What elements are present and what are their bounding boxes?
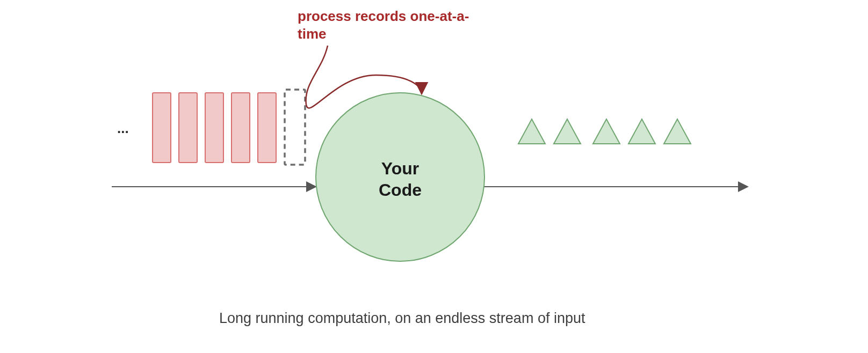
circle-label-line1: Your (381, 159, 419, 178)
output-triangle (518, 119, 545, 144)
input-records-group (153, 93, 276, 163)
output-triangle (554, 119, 581, 144)
output-triangles-group (518, 119, 691, 144)
output-triangle (628, 119, 655, 144)
input-record (258, 93, 276, 163)
diagram-canvas: ... Your Code (0, 0, 868, 353)
output-triangle (593, 119, 620, 144)
input-record (179, 93, 197, 163)
input-record (205, 93, 223, 163)
input-record (153, 93, 171, 163)
ellipsis-text: ... (117, 120, 129, 136)
input-record (232, 93, 250, 163)
circle-label-line2: Code (379, 180, 422, 200)
output-triangle (664, 119, 691, 144)
current-record-dashed (285, 90, 305, 165)
